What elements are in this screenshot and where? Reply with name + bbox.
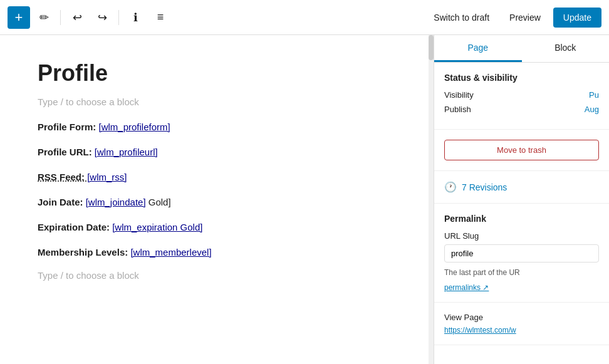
scrollbar-thumb[interactable] xyxy=(429,35,434,60)
visibility-value[interactable]: Pu xyxy=(589,90,599,100)
list-icon: ≡ xyxy=(157,11,164,24)
status-section-title: Status & visibility xyxy=(444,73,599,83)
pencil-icon: ✏ xyxy=(39,11,49,24)
info-icon: ℹ xyxy=(133,11,138,24)
shortcode-expiration: [wlm_expiration Gold] xyxy=(112,222,202,232)
toolbar-right: Switch to draft Preview Update xyxy=(426,8,601,28)
view-page-label: View Page xyxy=(444,313,599,322)
preview-button[interactable]: Preview xyxy=(502,9,548,26)
permalinks-link[interactable]: permalinks ↗ xyxy=(444,283,489,292)
editor-placeholder-1[interactable]: Type / to choose a block xyxy=(38,96,391,107)
undo-icon: ↩ xyxy=(73,11,82,24)
publish-label: Publish xyxy=(444,105,471,114)
join-date-suffix: Gold] xyxy=(146,197,171,207)
block-membership-levels[interactable]: Membership Levels: [wlm_memberlevel] xyxy=(38,245,391,260)
permalink-section: Permalink URL Slug The last part of the … xyxy=(434,204,609,303)
block-rss-feed[interactable]: RSS Feed: [wlm_rss] xyxy=(38,170,391,185)
revisions-label[interactable]: 7 Revisions xyxy=(462,182,507,192)
toolbar-left: + ✏ ↩ ↪ ℹ ≡ xyxy=(8,6,172,29)
switch-to-draft-button[interactable]: Switch to draft xyxy=(426,9,497,26)
block-label: Profile Form: xyxy=(38,122,99,132)
main-content: Profile Type / to choose a block Profile… xyxy=(0,35,609,364)
sidebar: Page Block Status & visibility Visibilit… xyxy=(434,35,609,364)
view-page-section: View Page https://wlmtest.com/w xyxy=(434,303,609,345)
info-button[interactable]: ℹ xyxy=(124,6,147,29)
publish-row: Publish Aug xyxy=(444,105,599,114)
editor-placeholder-2[interactable]: Type / to choose a block xyxy=(38,270,391,281)
visibility-label: Visibility xyxy=(444,90,474,100)
update-button[interactable]: Update xyxy=(553,8,601,28)
block-label: Profile URL: xyxy=(38,147,95,157)
block-profile-url[interactable]: Profile URL: [wlm_profileurl] xyxy=(38,145,391,160)
sidebar-tabs: Page Block xyxy=(434,35,609,63)
publish-value[interactable]: Aug xyxy=(585,105,599,114)
shortcode-memberlevel: [wlm_memberlevel] xyxy=(130,247,211,257)
permalink-help-text: The last part of the UR xyxy=(444,268,599,278)
shortcode-rss: [wlm_rss] xyxy=(87,172,127,182)
block-expiration-date[interactable]: Expiration Date: [wlm_expiration Gold] xyxy=(38,220,391,235)
visibility-row: Visibility Pu xyxy=(444,90,599,100)
revisions-row[interactable]: 🕐 7 Revisions xyxy=(444,181,599,193)
add-block-button[interactable]: + xyxy=(8,6,30,29)
site-url-link[interactable]: https://wlmtest.com/w xyxy=(444,326,516,335)
list-view-button[interactable]: ≡ xyxy=(149,6,172,29)
move-to-trash-button[interactable]: Move to trash xyxy=(444,140,599,160)
url-slug-label: URL Slug xyxy=(444,231,599,241)
rss-label: RSS Feed: xyxy=(38,172,87,182)
block-label: Join Date: xyxy=(38,197,86,207)
tab-page[interactable]: Page xyxy=(434,35,522,62)
url-slug-input[interactable] xyxy=(444,244,599,263)
clock-icon: 🕐 xyxy=(444,181,457,193)
permalink-title: Permalink xyxy=(444,214,599,224)
pencil-icon-button[interactable]: ✏ xyxy=(33,6,55,29)
page-title[interactable]: Profile xyxy=(38,60,391,86)
scrollbar-track[interactable] xyxy=(429,35,434,364)
block-label: Membership Levels: xyxy=(38,247,130,257)
tab-block[interactable]: Block xyxy=(522,35,610,62)
toolbar: + ✏ ↩ ↪ ℹ ≡ Switch to draft Preview Upda… xyxy=(0,0,609,35)
status-visibility-section: Status & visibility Visibility Pu Publis… xyxy=(434,63,609,130)
shortcode-joindate: [wlm_joindate] xyxy=(86,197,146,207)
block-label: Expiration Date: xyxy=(38,222,112,232)
editor-area[interactable]: Profile Type / to choose a block Profile… xyxy=(0,35,429,364)
block-join-date[interactable]: Join Date: [wlm_joindate] Gold] xyxy=(38,195,391,210)
toolbar-divider2 xyxy=(118,10,119,25)
redo-icon: ↪ xyxy=(98,11,107,24)
block-profile-form[interactable]: Profile Form: [wlm_profileform] xyxy=(38,120,391,135)
shortcode-profileform: [wlm_profileform] xyxy=(99,122,170,132)
shortcode-profileurl: [wlm_profileurl] xyxy=(95,147,158,157)
toolbar-divider xyxy=(60,10,61,25)
redo-button[interactable]: ↪ xyxy=(91,6,113,29)
revisions-section: 🕐 7 Revisions xyxy=(434,171,609,204)
undo-button[interactable]: ↩ xyxy=(66,6,88,29)
trash-section: Move to trash xyxy=(434,130,609,171)
